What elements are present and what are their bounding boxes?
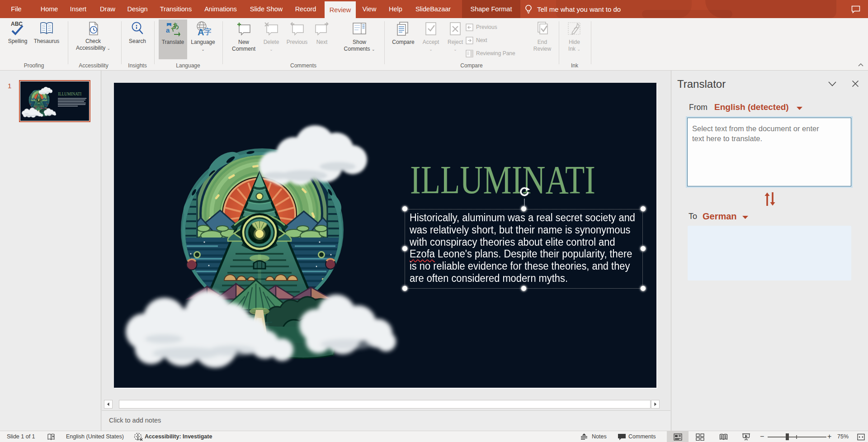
svg-text:字: 字 [204, 27, 211, 36]
svg-text:ABC: ABC [11, 21, 23, 27]
svg-text:あ: あ [172, 22, 179, 30]
svg-text:ILLUMINATI: ILLUMINATI [58, 91, 81, 96]
svg-text:a: a [166, 26, 170, 34]
svg-text:A: A [198, 27, 204, 37]
